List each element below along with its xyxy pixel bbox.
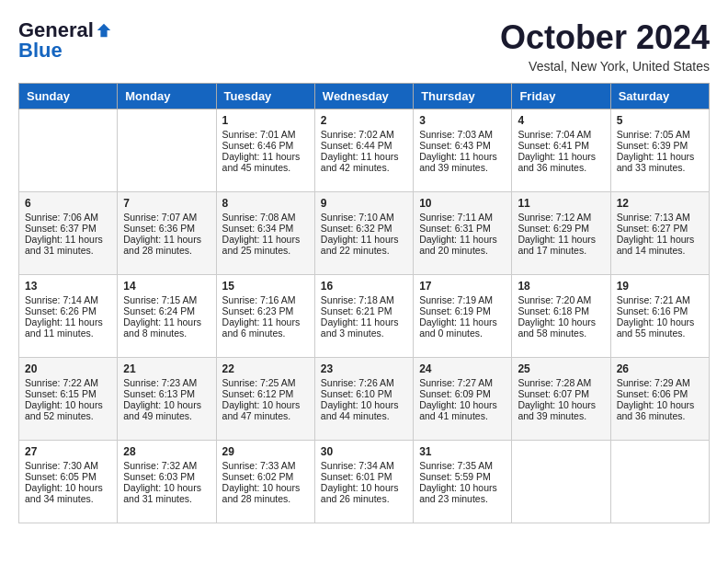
day-info: Sunrise: 7:08 AM	[222, 212, 309, 223]
day-number: 23	[321, 362, 407, 375]
day-info: Sunrise: 7:30 AM	[25, 460, 111, 471]
day-info: and 47 minutes.	[222, 410, 309, 421]
day-number: 20	[25, 362, 111, 375]
day-number: 26	[617, 362, 703, 375]
day-info: Sunrise: 7:34 AM	[321, 460, 407, 471]
day-info: Sunrise: 7:14 AM	[25, 294, 111, 305]
calendar-cell	[512, 441, 610, 523]
week-row-1: 1Sunrise: 7:01 AMSunset: 6:46 PMDaylight…	[19, 109, 710, 192]
calendar-cell: 28Sunrise: 7:32 AMSunset: 6:03 PMDayligh…	[118, 441, 216, 523]
day-info: Sunrise: 7:16 AM	[222, 294, 309, 305]
day-info: Sunrise: 7:26 AM	[321, 377, 407, 388]
calendar-cell: 13Sunrise: 7:14 AMSunset: 6:26 PMDayligh…	[19, 275, 118, 358]
day-number: 31	[419, 445, 506, 458]
weekday-header-row: Sunday Monday Tuesday Wednesday Thursday…	[19, 84, 710, 109]
calendar-cell: 8Sunrise: 7:08 AMSunset: 6:34 PMDaylight…	[216, 192, 314, 275]
day-info: Daylight: 10 hours	[25, 482, 111, 493]
day-info: and 20 minutes.	[419, 245, 506, 256]
header-sunday: Sunday	[19, 84, 118, 109]
day-info: Daylight: 10 hours	[617, 399, 703, 410]
day-number: 19	[617, 280, 703, 293]
day-info: and 28 minutes.	[222, 493, 309, 504]
day-info: Sunrise: 7:02 AM	[321, 129, 407, 140]
title-section: October 2024 Vestal, New York, United St…	[500, 18, 710, 74]
week-row-2: 6Sunrise: 7:06 AMSunset: 6:37 PMDaylight…	[19, 192, 710, 275]
day-info: Sunrise: 7:25 AM	[222, 377, 309, 388]
calendar-cell: 23Sunrise: 7:26 AMSunset: 6:10 PMDayligh…	[314, 358, 413, 441]
day-info: Sunset: 6:27 PM	[617, 223, 703, 234]
day-info: Sunset: 6:39 PM	[617, 140, 703, 151]
day-info: Daylight: 10 hours	[222, 482, 309, 493]
day-info: and 34 minutes.	[25, 493, 111, 504]
day-info: Daylight: 11 hours	[518, 151, 604, 162]
day-info: Daylight: 11 hours	[25, 234, 111, 245]
day-info: Sunset: 6:26 PM	[25, 305, 111, 316]
calendar-table: Sunday Monday Tuesday Wednesday Thursday…	[18, 83, 710, 523]
day-number: 24	[419, 362, 506, 375]
day-info: Sunset: 6:05 PM	[25, 471, 111, 482]
day-info: Sunset: 6:09 PM	[419, 388, 506, 399]
day-info: Sunset: 6:29 PM	[518, 223, 604, 234]
day-info: and 14 minutes.	[617, 245, 703, 256]
day-info: Sunrise: 7:10 AM	[321, 212, 407, 223]
calendar-cell: 18Sunrise: 7:20 AMSunset: 6:18 PMDayligh…	[512, 275, 610, 358]
day-info: Sunrise: 7:11 AM	[419, 212, 506, 223]
calendar-cell: 22Sunrise: 7:25 AMSunset: 6:12 PMDayligh…	[216, 358, 314, 441]
day-info: Sunset: 6:34 PM	[222, 223, 309, 234]
day-info: Sunrise: 7:15 AM	[123, 294, 210, 305]
day-info: Sunset: 6:46 PM	[222, 140, 309, 151]
calendar-cell: 19Sunrise: 7:21 AMSunset: 6:16 PMDayligh…	[610, 275, 709, 358]
day-number: 3	[419, 114, 506, 127]
day-info: Sunrise: 7:19 AM	[419, 294, 506, 305]
day-info: Sunset: 6:43 PM	[419, 140, 506, 151]
calendar-cell: 20Sunrise: 7:22 AMSunset: 6:15 PMDayligh…	[19, 358, 118, 441]
day-info: Sunset: 6:41 PM	[518, 140, 604, 151]
day-info: Daylight: 11 hours	[222, 234, 309, 245]
day-info: Sunset: 6:12 PM	[222, 388, 309, 399]
day-info: Daylight: 10 hours	[518, 399, 604, 410]
day-info: and 55 minutes.	[617, 327, 703, 339]
day-info: Daylight: 10 hours	[419, 399, 506, 410]
day-number: 25	[518, 362, 604, 375]
header-thursday: Thursday	[414, 84, 512, 109]
day-info: and 31 minutes.	[123, 493, 210, 504]
calendar-cell: 14Sunrise: 7:15 AMSunset: 6:24 PMDayligh…	[118, 275, 216, 358]
day-info: Sunrise: 7:33 AM	[222, 460, 309, 471]
calendar-cell	[610, 441, 709, 523]
day-info: Sunrise: 7:05 AM	[617, 129, 703, 140]
header-saturday: Saturday	[610, 84, 709, 109]
day-number: 13	[25, 280, 111, 293]
day-info: Sunset: 6:07 PM	[518, 388, 604, 399]
day-info: Daylight: 10 hours	[222, 399, 309, 410]
day-number: 7	[123, 197, 210, 210]
day-info: Sunset: 5:59 PM	[419, 471, 506, 482]
day-info: Daylight: 10 hours	[123, 399, 210, 410]
day-info: and 36 minutes.	[518, 162, 604, 173]
calendar-cell: 9Sunrise: 7:10 AMSunset: 6:32 PMDaylight…	[314, 192, 413, 275]
day-info: Daylight: 10 hours	[321, 482, 407, 493]
day-info: Sunrise: 7:32 AM	[123, 460, 210, 471]
day-number: 18	[518, 280, 604, 293]
day-number: 2	[321, 114, 407, 127]
day-number: 16	[321, 280, 407, 293]
day-number: 17	[419, 280, 506, 293]
logo: General Blue	[18, 18, 112, 63]
day-number: 8	[222, 197, 309, 210]
day-info: and 22 minutes.	[321, 245, 407, 256]
day-info: Sunset: 6:36 PM	[123, 223, 210, 234]
day-info: and 28 minutes.	[123, 245, 210, 256]
calendar-cell: 5Sunrise: 7:05 AMSunset: 6:39 PMDaylight…	[610, 109, 709, 192]
day-info: Daylight: 11 hours	[617, 151, 703, 162]
day-number: 22	[222, 362, 309, 375]
day-info: Sunset: 6:15 PM	[25, 388, 111, 399]
calendar-cell: 2Sunrise: 7:02 AMSunset: 6:44 PMDaylight…	[314, 109, 413, 192]
day-info: Sunset: 6:19 PM	[419, 305, 506, 316]
calendar-cell: 6Sunrise: 7:06 AMSunset: 6:37 PMDaylight…	[19, 192, 118, 275]
day-number: 30	[321, 445, 407, 458]
day-info: and 31 minutes.	[25, 245, 111, 256]
day-info: and 52 minutes.	[25, 410, 111, 421]
day-info: Sunset: 6:10 PM	[321, 388, 407, 399]
day-info: Sunset: 6:13 PM	[123, 388, 210, 399]
day-info: Sunrise: 7:06 AM	[25, 212, 111, 223]
calendar-cell: 30Sunrise: 7:34 AMSunset: 6:01 PMDayligh…	[314, 441, 413, 523]
